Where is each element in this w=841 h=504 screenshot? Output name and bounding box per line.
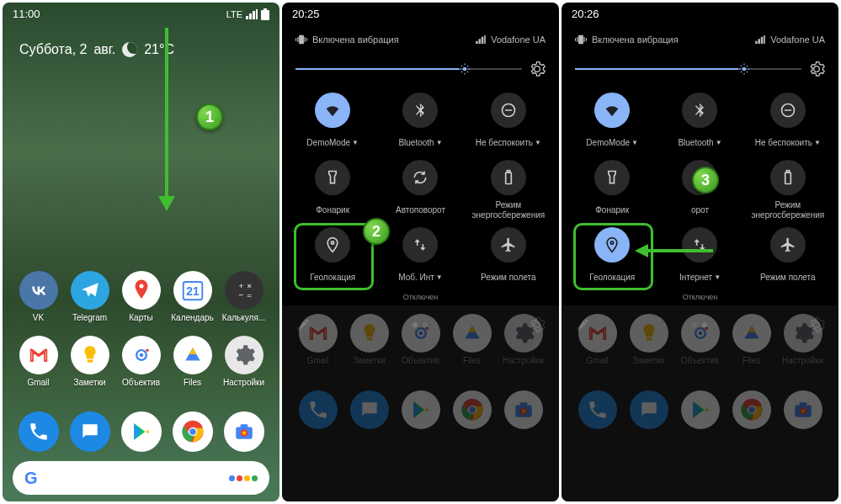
- brightness-settings-icon[interactable]: [529, 61, 546, 77]
- dimmed-dock: [448, 390, 497, 432]
- qs-tile-flashlight[interactable]: Фонарик: [572, 160, 652, 220]
- qs-tile-data[interactable]: Інтернет▼Отключен: [659, 227, 740, 301]
- carrier-label: Vodafone UA: [491, 34, 546, 45]
- dimmed-dock: [779, 390, 828, 432]
- qs-tile-flashlight[interactable]: Фонарик: [292, 160, 373, 220]
- app-telegram[interactable]: Telegram: [66, 271, 114, 322]
- vibrate-icon: [295, 34, 307, 45]
- dimmed-app: Настройки: [499, 314, 548, 365]
- app-label: Telegram: [72, 313, 107, 322]
- qs-tile-dnd[interactable]: Не беспокоить▼: [748, 93, 828, 153]
- svg-rect-33: [505, 172, 511, 183]
- vibration-indicator[interactable]: Включена вибрация: [575, 34, 679, 45]
- svg-point-17: [189, 428, 196, 435]
- files-icon: [173, 336, 212, 374]
- dock-playstore[interactable]: [117, 411, 166, 455]
- assistant-icon[interactable]: [229, 475, 258, 481]
- app-label: Объектив: [122, 378, 160, 387]
- svg-line-57: [747, 66, 748, 66]
- svg-point-11: [139, 353, 143, 358]
- dock-phone[interactable]: [14, 411, 63, 455]
- app-calendar[interactable]: 21Календарь: [168, 271, 217, 322]
- qs-tile-bluetooth[interactable]: Bluetooth▼: [380, 93, 460, 153]
- app-label: VK: [33, 313, 44, 322]
- chevron-down-icon: ▼: [535, 139, 541, 147]
- qs-tile-airplane[interactable]: Режим полета: [748, 227, 828, 301]
- signal-icon: [246, 9, 258, 19]
- chevron-down-icon: ▼: [436, 139, 443, 147]
- svg-point-76: [801, 409, 804, 412]
- svg-rect-48: [519, 402, 527, 406]
- app-keep[interactable]: Заметки: [66, 336, 114, 387]
- arrow-to-location: [633, 242, 717, 259]
- lens-icon: [122, 336, 161, 374]
- dock: [3, 411, 279, 455]
- qs-label: DemoMode▼: [306, 133, 359, 153]
- app-settings[interactable]: Настройки: [220, 336, 269, 387]
- svg-text:×: ×: [247, 281, 252, 290]
- app-label: Files: [184, 378, 201, 387]
- brightness-settings-icon[interactable]: [808, 61, 825, 77]
- svg-rect-9: [87, 359, 93, 362]
- qs-label: DemoMode▼: [586, 133, 638, 153]
- app-vk[interactable]: VK: [14, 271, 63, 322]
- svg-marker-64: [635, 244, 648, 257]
- weather-day: Суббота, 2: [19, 42, 87, 57]
- messages-icon: [70, 411, 110, 452]
- qs-tile-bluetooth[interactable]: Bluetooth▼: [659, 93, 740, 153]
- chevron-down-icon: ▼: [814, 139, 821, 147]
- app-calculator[interactable]: +×−=Калькуля...: [220, 271, 269, 322]
- app-files[interactable]: Files: [168, 336, 217, 387]
- dimmed-app: Настройки: [779, 314, 828, 365]
- qs-tile-battery[interactable]: Режим энергосбережения: [468, 160, 549, 220]
- vibration-label: Включена вибрация: [312, 34, 399, 45]
- dock-camera[interactable]: [220, 411, 269, 455]
- vibration-indicator[interactable]: Включена вибрация: [295, 34, 399, 45]
- dimmed-dock: [294, 390, 343, 432]
- svg-line-28: [467, 72, 468, 72]
- qs-tile-data[interactable]: Моб. Инт▼Отключен: [380, 227, 460, 301]
- dimmed-app: Заметки: [625, 314, 673, 365]
- chevron-down-icon: ▼: [352, 139, 359, 147]
- app-lens[interactable]: Объектив: [117, 336, 166, 387]
- svg-point-22: [462, 67, 466, 72]
- bluetooth-icon: [682, 93, 717, 128]
- google-search-bar[interactable]: G: [13, 461, 269, 495]
- vibration-label: Включена вибрация: [592, 34, 679, 45]
- qs-tile-battery[interactable]: Режим энергосбережения: [748, 160, 828, 220]
- svg-line-54: [741, 66, 742, 66]
- moon-icon: [122, 42, 137, 57]
- qs-tile-dnd[interactable]: Не беспокоить▼: [468, 93, 549, 153]
- status-bar: 20:26: [562, 3, 838, 25]
- brightness-slider[interactable]: [295, 68, 522, 70]
- google-logo: G: [24, 469, 38, 488]
- qs-tile-airplane[interactable]: Режим полета: [468, 227, 549, 301]
- weather-widget[interactable]: Суббота, 2 авг. 21°C: [3, 25, 279, 66]
- status-bar: 11:00 LTE: [3, 3, 279, 25]
- status-time: 11:00: [13, 8, 40, 20]
- qs-tile-wifi[interactable]: DemoMode▼: [292, 93, 373, 153]
- qs-label: Bluetooth▼: [398, 133, 442, 153]
- qs-label: Моб. Инт▼: [398, 268, 443, 288]
- brightness-slider[interactable]: [575, 68, 801, 70]
- wifi-icon: [315, 93, 350, 128]
- dock-chrome[interactable]: [168, 411, 217, 455]
- qs-label: Режим энергосбережения: [471, 200, 546, 220]
- battery-icon: [261, 8, 269, 20]
- svg-text:21: 21: [186, 285, 200, 298]
- app-gmail[interactable]: Gmail: [14, 336, 63, 387]
- svg-rect-77: [799, 402, 806, 406]
- qs-label: орот: [691, 200, 709, 220]
- app-maps[interactable]: Карты: [117, 271, 166, 322]
- qs-tile-rotate[interactable]: Автоповорот: [380, 160, 460, 220]
- dimmed-app: Объектив: [397, 314, 445, 365]
- svg-text:+: +: [238, 281, 243, 290]
- qs-tile-wifi[interactable]: DemoMode▼: [572, 93, 652, 153]
- svg-point-39: [425, 326, 428, 330]
- qs-label: Bluetooth▼: [678, 133, 721, 153]
- svg-point-38: [418, 332, 423, 336]
- gmail-icon: [19, 336, 58, 374]
- svg-line-55: [747, 72, 748, 72]
- dimmed-app: Заметки: [345, 314, 394, 365]
- dock-messages[interactable]: [66, 411, 114, 455]
